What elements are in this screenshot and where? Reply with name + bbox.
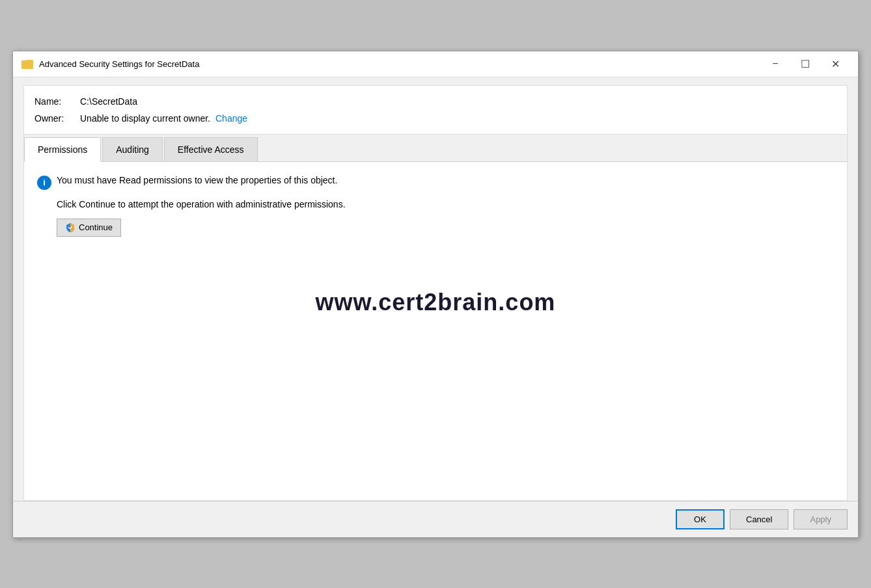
info-section: Name: C:\SecretData Owner: Unable to dis… [23,85,848,135]
change-link[interactable]: Change [215,113,247,124]
info-icon: i [37,176,51,190]
footer: OK Cancel Apply [13,501,858,537]
title-bar: Advanced Security Settings for SecretDat… [13,51,858,77]
owner-value: Unable to display current owner. [80,113,210,124]
restore-button[interactable]: ☐ [790,54,820,74]
tab-effective-access[interactable]: Effective Access [164,137,258,161]
window-title: Advanced Security Settings for SecretDat… [39,59,760,69]
instruction-text: Click Continue to attempt the operation … [57,199,834,209]
minimize-button[interactable]: − [760,54,790,74]
tab-content-permissions: i You must have Read permissions to view… [24,162,847,500]
owner-row: Owner: Unable to display current owner. … [35,113,836,124]
notice-text: You must have Read permissions to view t… [57,175,337,185]
continue-btn-label: Continue [79,222,113,232]
main-window: Advanced Security Settings for SecretDat… [12,51,859,538]
apply-button[interactable]: Apply [794,509,848,529]
name-row: Name: C:\SecretData [35,96,836,107]
tabs-bar: Permissions Auditing Effective Access [24,135,847,162]
name-value: C:\SecretData [80,96,137,107]
notice-row: i You must have Read permissions to view… [37,175,834,190]
cancel-button[interactable]: Cancel [730,509,788,529]
window-body: Name: C:\SecretData Owner: Unable to dis… [13,77,858,501]
tabs-container: Permissions Auditing Effective Access i … [23,135,848,501]
tab-permissions[interactable]: Permissions [24,137,101,162]
window-controls: − ☐ ✕ [760,54,850,74]
ok-button[interactable]: OK [676,509,725,529]
folder-icon [21,57,34,70]
owner-label: Owner: [35,113,80,124]
close-button[interactable]: ✕ [820,54,850,74]
name-label: Name: [35,96,80,107]
tab-auditing[interactable]: Auditing [102,137,163,161]
continue-button[interactable]: Continue [57,219,121,237]
watermark-text: www.cert2brain.com [37,289,834,316]
shield-uac-icon [65,222,76,233]
